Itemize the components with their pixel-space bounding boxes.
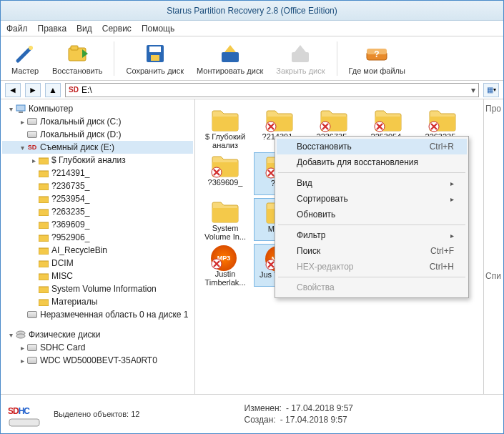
folder-icon <box>38 220 49 230</box>
folder-icon <box>38 181 49 191</box>
menu-separator <box>278 277 465 277</box>
ctx-recover[interactable]: ВосстановитьCtrl+R <box>277 139 467 154</box>
menubar: Файл Правка Вид Сервис Помощь <box>1 21 503 36</box>
tool-recover[interactable]: Восстановить <box>46 41 108 77</box>
menu-separator <box>278 225 465 225</box>
toolbar: Мастер Восстановить Сохранить диск Монти… <box>1 36 503 81</box>
tree-row[interactable]: AI_RecycleBin <box>2 244 193 257</box>
sdhc-logo: SDHC <box>8 400 41 429</box>
menu-view[interactable]: Вид <box>76 24 92 34</box>
nav-back[interactable]: ◄ <box>5 83 21 97</box>
tree-row[interactable]: ?236735_ <box>2 179 193 192</box>
ctx-hex: HEX-редакторCtrl+H <box>277 259 467 275</box>
sd-badge-icon: SD <box>69 86 79 94</box>
wand-icon <box>14 42 36 65</box>
status-selected: Выделено объектов: 12 <box>54 410 139 418</box>
tree-wdc[interactable]: ▸WDC WD5000BEVT-35A0RT0 <box>2 354 193 367</box>
context-menu: ВосстановитьCtrl+R Добавить для восстано… <box>275 136 469 298</box>
tree-unallocated[interactable]: Неразмеченная область 0 на диске 1 <box>2 308 193 321</box>
drive-icon <box>26 117 38 127</box>
folder-icon <box>374 108 402 132</box>
folder-icon <box>38 271 49 281</box>
tree-row[interactable]: System Volume Information <box>2 282 193 295</box>
tree-row[interactable]: ▸$ Глубокий анализ <box>2 154 193 167</box>
svg-rect-24 <box>39 248 49 255</box>
tool-where-files[interactable]: ? Где мои файлы <box>343 41 411 77</box>
mount-disk-icon <box>219 42 242 65</box>
ctx-view[interactable]: Вид▸ <box>277 175 467 191</box>
titlebar: Starus Partition Recovery 2.8 (Office Ed… <box>1 1 503 21</box>
folder-icon <box>265 108 294 132</box>
mp3-icon: MP3 <box>211 245 239 270</box>
tree-row[interactable]: ?952906_ <box>2 231 193 244</box>
disks-icon <box>15 330 26 340</box>
svg-rect-25 <box>39 261 49 267</box>
tree-local-c[interactable]: ▸Локальный диск (C:) <box>2 115 193 128</box>
side-tab-properties[interactable]: Про <box>485 104 502 114</box>
ctx-add-recover[interactable]: Добавить для восстановления <box>277 154 467 170</box>
folder-tree[interactable]: ▾Компьютер ▸Локальный диск (C:) Локальны… <box>1 99 195 394</box>
tool-save-disk[interactable]: Сохранить диск <box>120 41 189 77</box>
svg-point-1 <box>29 46 33 50</box>
drive-icon <box>26 129 38 139</box>
svg-rect-17 <box>39 158 49 164</box>
folder-icon <box>211 108 239 132</box>
tool-mount-disk[interactable]: Монтировать диск <box>191 41 269 77</box>
menu-edit[interactable]: Правка <box>38 24 67 34</box>
menu-tools[interactable]: Сервис <box>102 24 132 34</box>
file-item[interactable]: $ Глубокий анализ <box>199 107 251 149</box>
svg-rect-27 <box>39 287 49 293</box>
svg-marker-9 <box>224 45 236 52</box>
tool-master[interactable]: Мастер <box>5 41 45 77</box>
tree-row[interactable]: DCIM <box>2 257 193 270</box>
nav-up[interactable]: ▲ <box>45 83 61 97</box>
file-label: System Volume In... <box>201 224 249 241</box>
folder-icon <box>38 232 49 242</box>
ctx-sort[interactable]: Сортировать▸ <box>277 191 467 207</box>
nav-fwd[interactable]: ► <box>25 83 41 97</box>
address-input[interactable]: SD E:\ ▾ <box>65 83 479 97</box>
tree-row[interactable]: ?369609_ <box>2 218 193 231</box>
ctx-refresh[interactable]: Обновить <box>277 207 467 222</box>
svg-text:?: ? <box>375 49 380 59</box>
tree-sdhc[interactable]: ▸SDHC Card <box>2 341 193 354</box>
svg-rect-8 <box>222 52 239 62</box>
dropdown-icon[interactable]: ▾ <box>471 85 475 95</box>
ctx-search[interactable]: ПоискCtrl+F <box>277 243 467 259</box>
file-label: $ Глубокий анализ <box>201 132 249 149</box>
svg-rect-28 <box>39 300 49 306</box>
ctx-properties: Свойства <box>277 280 467 295</box>
save-disk-icon <box>144 42 167 65</box>
folder-icon <box>320 108 348 132</box>
tree-row[interactable]: ?214391_ <box>2 167 193 179</box>
close-disk-icon <box>289 42 312 65</box>
svg-rect-18 <box>39 171 49 177</box>
tree-removable-e[interactable]: ▾SDСъемный диск (E:) <box>2 141 193 154</box>
side-tabs: Про Спи <box>483 99 503 394</box>
drive-icon <box>26 355 38 365</box>
folder-icon <box>38 168 49 178</box>
tree-computer[interactable]: ▾Компьютер <box>2 102 193 115</box>
tree-row[interactable]: ?253954_ <box>2 192 193 205</box>
tree-row[interactable]: ?263235_ <box>2 205 193 218</box>
toolbar-separator <box>114 41 114 76</box>
menu-file[interactable]: Файл <box>6 24 28 34</box>
tree-physical-disks[interactable]: ▾Физические диски <box>2 328 193 341</box>
file-item[interactable]: MP3Justin Timberlak... <box>199 244 251 287</box>
address-bar: ◄ ► ▲ SD E:\ ▾ ▦▾ <box>1 81 503 99</box>
arrow-left-icon: ◄ <box>9 85 17 95</box>
sd-icon: SD <box>26 142 38 152</box>
svg-point-30 <box>16 334 25 338</box>
side-tab-list[interactable]: Спи <box>485 271 502 281</box>
svg-rect-26 <box>39 274 49 280</box>
file-item[interactable]: ?369609_ <box>199 152 251 195</box>
file-item[interactable]: System Volume In... <box>199 198 251 241</box>
tree-local-d[interactable]: Локальный диск (D:) <box>2 128 193 141</box>
menu-help[interactable]: Помощь <box>142 24 174 34</box>
tree-row[interactable]: MISC <box>2 270 193 282</box>
ctx-filter[interactable]: Фильтр▸ <box>277 227 467 243</box>
drive-icon <box>26 310 38 320</box>
tree-row[interactable]: Материалы <box>2 295 193 308</box>
view-mode[interactable]: ▦▾ <box>483 83 499 97</box>
window-title: Starus Partition Recovery 2.8 (Office Ed… <box>167 6 337 16</box>
